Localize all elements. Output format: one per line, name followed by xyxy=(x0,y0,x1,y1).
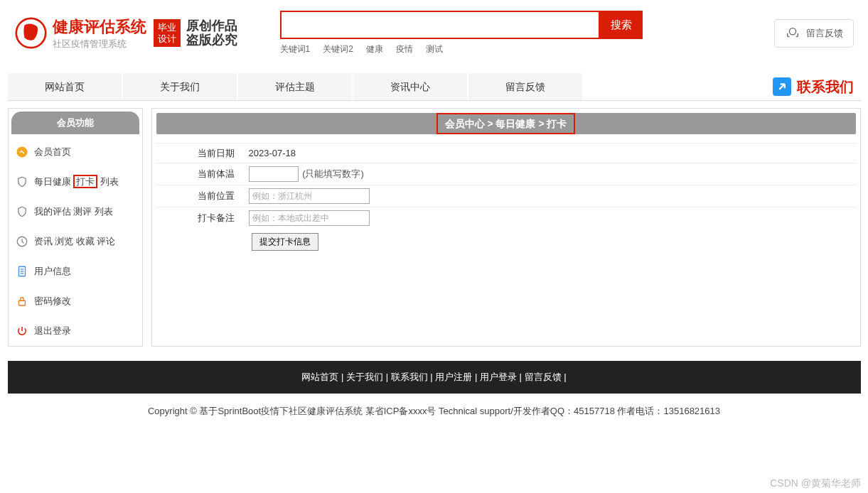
keyword-link[interactable]: 健康 xyxy=(366,44,383,54)
shield-icon xyxy=(16,205,28,218)
sidebar-item-label: 资讯 浏览 收藏 评论 xyxy=(34,235,116,248)
footer-link[interactable]: 关于我们 xyxy=(346,372,383,382)
nav-item[interactable]: 留言反馈 xyxy=(468,73,582,100)
nav-item[interactable]: 网站首页 xyxy=(8,73,122,100)
sidebar-item-label: 退出登录 xyxy=(34,325,71,337)
arrow-icon xyxy=(773,77,791,96)
footer-link[interactable]: 用户登录 xyxy=(480,372,517,382)
power-icon xyxy=(16,325,28,337)
sidebar-item[interactable]: 每日健康 打卡 列表 xyxy=(9,167,142,197)
app-title: 健康评估系统 xyxy=(53,16,146,38)
form-value-date: 2023-07-18 xyxy=(249,148,856,158)
nav-item[interactable]: 资讯中心 xyxy=(353,73,467,100)
headset-icon xyxy=(785,26,800,41)
shield-icon xyxy=(16,175,28,188)
keyword-link[interactable]: 关键词1 xyxy=(280,44,311,54)
submit-button[interactable]: 提交打卡信息 xyxy=(252,233,318,251)
form-label-location: 当前位置 xyxy=(156,190,249,202)
nav-item[interactable]: 评估主题 xyxy=(238,73,352,100)
logo-area: 健康评估系统 社区疫情管理系统 毕业 设计 原创作品 盗版必究 xyxy=(15,16,237,50)
remark-input[interactable] xyxy=(249,210,370,226)
search-input[interactable] xyxy=(280,11,600,39)
footer-link[interactable]: 用户注册 xyxy=(435,372,472,382)
main-nav: 网站首页关于我们评估主题资讯中心留言反馈 联系我们 xyxy=(8,73,861,101)
contact-us-button[interactable]: 联系我们 xyxy=(766,74,861,100)
search-button[interactable]: 搜索 xyxy=(600,11,643,39)
sidebar-item[interactable]: 密码修改 xyxy=(9,286,142,316)
keyword-link[interactable]: 疫情 xyxy=(396,44,413,54)
sidebar-item[interactable]: 用户信息 xyxy=(9,256,142,286)
footer-link[interactable]: 联系我们 xyxy=(391,372,428,382)
form-label-date: 当前日期 xyxy=(156,147,249,160)
breadcrumb: 会员中心 > 每日健康 > 打卡 xyxy=(156,113,856,134)
sidebar-item[interactable]: 资讯 浏览 收藏 评论 xyxy=(9,227,142,256)
form-label-remark: 打卡备注 xyxy=(156,212,249,224)
sidebar-item[interactable]: 我的评估 测评 列表 xyxy=(9,197,142,227)
lock-icon xyxy=(16,295,28,308)
feedback-button[interactable]: 留言反馈 xyxy=(774,19,854,48)
sidebar-item-label: 我的评估 测评 列表 xyxy=(34,205,113,218)
clock-icon xyxy=(16,235,28,248)
footer-copyright: Copyright © 基于SprintBoot疫情下社区健康评估系统 某省IC… xyxy=(8,394,861,429)
form-label-temp: 当前体温 xyxy=(156,168,249,180)
sidebar-item-label: 会员首页 xyxy=(34,146,71,158)
search-keywords: 关键词1关键词2健康疫情测试 xyxy=(280,43,643,55)
sidebar: 会员功能 会员首页每日健康 打卡 列表我的评估 测评 列表资讯 浏览 收藏 评论… xyxy=(8,108,143,347)
footer-link[interactable]: 网站首页 xyxy=(301,372,338,382)
sidebar-item-label: 密码修改 xyxy=(34,295,71,308)
temperature-input[interactable] xyxy=(249,166,299,182)
footer-link[interactable]: 留言反馈 xyxy=(525,372,562,382)
home-icon xyxy=(16,146,28,158)
sidebar-item-label: 每日健康 打卡 列表 xyxy=(34,175,119,188)
keyword-link[interactable]: 关键词2 xyxy=(323,44,353,54)
sidebar-item[interactable]: 会员首页 xyxy=(9,137,142,167)
keyword-link[interactable]: 测试 xyxy=(426,44,443,54)
badge: 毕业 设计 xyxy=(154,19,181,47)
nav-item[interactable]: 关于我们 xyxy=(123,73,237,100)
sidebar-item-label: 用户信息 xyxy=(34,265,71,278)
temp-hint: (只能填写数字) xyxy=(302,168,364,179)
sidebar-item[interactable]: 退出登录 xyxy=(9,316,142,346)
slogan: 原创作品 盗版必究 xyxy=(186,19,237,48)
app-subtitle: 社区疫情管理系统 xyxy=(53,38,146,50)
footer-nav: 网站首页 | 关于我们 | 联系我们 | 用户注册 | 用户登录 | 留言反馈 … xyxy=(8,361,861,394)
svg-rect-8 xyxy=(18,300,25,305)
logo-icon xyxy=(15,17,47,49)
main-content: 会员中心 > 每日健康 > 打卡 当前日期 2023-07-18 当前体温 (只… xyxy=(151,108,861,347)
svg-point-1 xyxy=(789,28,795,34)
doc-icon xyxy=(16,265,28,278)
sidebar-header: 会员功能 xyxy=(11,112,139,134)
location-input[interactable] xyxy=(249,188,370,204)
